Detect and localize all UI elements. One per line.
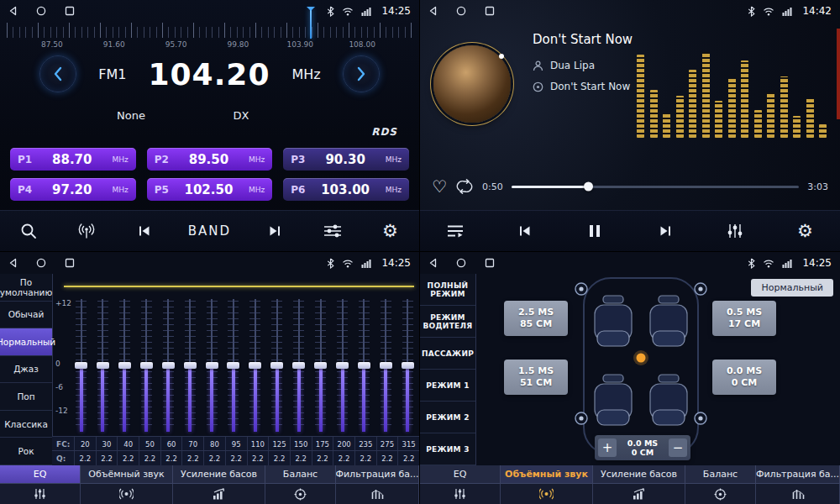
nav-back-icon[interactable]: [8, 258, 18, 268]
broadcast-antenna-icon[interactable]: [72, 223, 101, 239]
nav-home-icon[interactable]: [456, 258, 466, 268]
mode-driver[interactable]: РЕЖИМ ВОДИТЕЛЯ: [420, 306, 475, 338]
tab-surround[interactable]: Объёмный звук: [501, 465, 593, 483]
mode-passenger[interactable]: ПАССАЖИР: [420, 338, 475, 370]
repeat-icon[interactable]: [455, 179, 474, 194]
eq-preset-classic[interactable]: Классика: [0, 411, 52, 438]
tab-filter[interactable]: Фильтрация ба...: [336, 465, 419, 483]
surround-speaker-icon[interactable]: [81, 484, 173, 504]
eq-band-slider[interactable]: [335, 299, 349, 432]
increase-delay-button[interactable]: +: [598, 438, 617, 457]
eq-sliders-icon[interactable]: [420, 484, 501, 504]
tab-bass-boost[interactable]: Усиление басов: [593, 465, 685, 483]
eq-sliders-icon[interactable]: [0, 484, 81, 504]
clock: 14:25: [381, 5, 411, 17]
preset-p2[interactable]: P289.50MHz: [147, 148, 273, 171]
eq-band-slider[interactable]: [161, 299, 176, 432]
seek-up-button[interactable]: [343, 55, 380, 92]
eq-preset-pop[interactable]: Поп: [0, 383, 52, 411]
eq-preset-custom[interactable]: Обычай: [0, 302, 52, 329]
tab-eq[interactable]: EQ: [420, 465, 501, 483]
playlist-icon[interactable]: [441, 224, 470, 238]
eq-band-slider[interactable]: [401, 299, 415, 432]
filter-icon[interactable]: [336, 484, 419, 504]
mode-2[interactable]: РЕЖИМ 2: [420, 402, 475, 433]
preset-grid: P188.70MHz P289.50MHz P390.30MHz P497.20…: [10, 148, 409, 201]
mode-3[interactable]: РЕЖИМ 3: [420, 433, 475, 465]
visualizer-bar: [676, 96, 684, 138]
search-icon[interactable]: [14, 223, 43, 239]
frequency-ruler[interactable]: 87.50 91.60 95.70 99.80 103.90 108.00: [0, 22, 419, 54]
tune-sliders-icon[interactable]: [318, 223, 347, 239]
eq-band-slider[interactable]: [357, 299, 371, 432]
eq-band-slider[interactable]: [313, 299, 328, 432]
eq-band-slider[interactable]: [205, 299, 219, 432]
nav-home-icon[interactable]: [456, 6, 466, 16]
decrease-delay-button[interactable]: −: [669, 438, 687, 457]
eq-band-slider[interactable]: [96, 299, 110, 432]
settings-gear-icon[interactable]: ⚙: [376, 223, 405, 240]
eq-band-slider[interactable]: [379, 299, 393, 432]
pause-icon[interactable]: [580, 224, 609, 238]
profile-button[interactable]: Нормальный: [751, 279, 833, 297]
preset-p5[interactable]: P5102.50MHz: [147, 178, 273, 201]
eq-preset-normal[interactable]: Нормальный: [0, 328, 52, 356]
eq-band-slider[interactable]: [139, 299, 154, 432]
nav-recents-icon[interactable]: [485, 258, 495, 268]
clock: 14:25: [802, 257, 832, 269]
favorite-heart-icon[interactable]: ♡: [432, 176, 447, 197]
tab-bass-boost[interactable]: Усиление басов: [173, 465, 265, 483]
eq-band-slider[interactable]: [248, 299, 262, 432]
eq-band-slider[interactable]: [118, 299, 132, 432]
balance-target-icon[interactable]: [685, 484, 756, 504]
eq-preset-rock[interactable]: Рок: [0, 438, 52, 465]
nav-recents-icon[interactable]: [485, 6, 495, 16]
eq-band-slider[interactable]: [74, 299, 88, 432]
tab-surround[interactable]: Объёмный звук: [81, 465, 173, 483]
seek-knob[interactable]: [584, 182, 593, 192]
eq-preset-jazz[interactable]: Джаз: [0, 356, 52, 384]
previous-track-icon[interactable]: [511, 225, 539, 237]
eq-band-slider[interactable]: [270, 299, 284, 432]
tab-eq[interactable]: EQ: [0, 465, 81, 483]
delay-rear-right[interactable]: 0.0 MS0 CM: [712, 360, 776, 395]
tab-balance[interactable]: Баланс: [685, 465, 756, 483]
nav-recents-icon[interactable]: [65, 6, 75, 16]
nav-back-icon[interactable]: [428, 258, 438, 268]
tab-filter[interactable]: Фильтрация ба...: [756, 465, 840, 483]
previous-icon[interactable]: [130, 225, 159, 237]
seek-bar[interactable]: [512, 186, 800, 188]
next-track-icon[interactable]: [651, 225, 680, 237]
delay-front-left[interactable]: 2.5 MS85 CM: [504, 301, 568, 336]
next-icon[interactable]: [260, 225, 289, 237]
delay-ms: 1.5 MS: [518, 365, 554, 377]
total-time: 3:03: [807, 181, 828, 192]
band-button[interactable]: BAND: [188, 223, 231, 239]
eq-band-slider[interactable]: [183, 299, 197, 432]
nav-back-icon[interactable]: [8, 6, 18, 16]
settings-gear-icon[interactable]: ⚙: [790, 223, 819, 240]
delay-front-right[interactable]: 0.5 MS17 CM: [712, 301, 776, 336]
bass-boost-icon[interactable]: [173, 484, 265, 504]
tab-balance[interactable]: Баланс: [265, 465, 336, 483]
eq-band-slider[interactable]: [291, 299, 306, 432]
preset-p3[interactable]: P390.30MHz: [283, 148, 409, 171]
eq-band-slider[interactable]: [226, 299, 240, 432]
nav-home-icon[interactable]: [36, 6, 46, 16]
preset-p6[interactable]: P6103.00MHz: [283, 178, 409, 201]
mode-1[interactable]: РЕЖИМ 1: [420, 370, 475, 402]
nav-recents-icon[interactable]: [65, 258, 75, 268]
preset-p1[interactable]: P188.70MHz: [10, 148, 136, 171]
nav-home-icon[interactable]: [36, 258, 46, 268]
bass-boost-icon[interactable]: [593, 484, 685, 504]
balance-target-icon[interactable]: [265, 484, 336, 504]
preset-p4[interactable]: P497.20MHz: [10, 178, 136, 201]
seek-down-button[interactable]: [39, 55, 76, 92]
filter-icon[interactable]: [756, 484, 840, 504]
surround-speaker-icon[interactable]: [501, 484, 593, 504]
nav-back-icon[interactable]: [428, 6, 438, 16]
delay-rear-left[interactable]: 1.5 MS51 CM: [504, 360, 568, 395]
eq-preset-default[interactable]: По умолчанию: [0, 274, 52, 302]
equalizer-sliders-icon[interactable]: [721, 223, 749, 239]
mode-full[interactable]: ПОЛНЫЙ РЕЖИМ: [420, 274, 475, 306]
